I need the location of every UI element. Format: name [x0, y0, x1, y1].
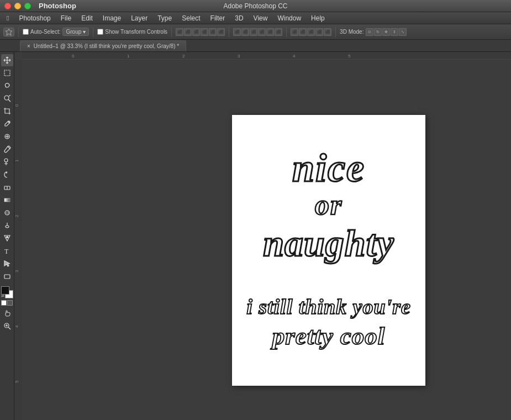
menu-help[interactable]: Help: [307, 13, 329, 23]
separator-4: [229, 27, 229, 37]
type-tool[interactable]: T: [1, 245, 13, 257]
3d-roll-icon[interactable]: ↻: [374, 28, 382, 36]
standard-mode[interactable]: [1, 300, 7, 306]
3d-pan-icon[interactable]: ✥: [382, 28, 390, 36]
dist-ch-icon[interactable]: ⬛: [241, 28, 249, 36]
svg-point-2: [4, 96, 9, 100]
move-tool[interactable]: [1, 54, 13, 66]
close-button[interactable]: [4, 3, 11, 9]
pen-tool[interactable]: [1, 232, 13, 244]
tab-title: Untitled–1 @ 33.3% (I still think you're…: [34, 43, 179, 49]
optionsbar: Auto-Select: Group ▾ Show Transform Cont…: [0, 24, 511, 40]
menu-select[interactable]: Select: [177, 13, 204, 23]
svg-point-15: [6, 225, 9, 228]
transform-controls-checkbox[interactable]: Show Transform Controls: [97, 29, 167, 35]
align-right-icon[interactable]: ⬛: [192, 28, 200, 36]
3d-mode-icons: ⊙ ↻ ✥ ⇕ ⤡: [366, 28, 407, 36]
transform1-icon[interactable]: ⬛: [291, 28, 298, 36]
svg-text:5: 5: [14, 380, 19, 383]
zoom-tool[interactable]: [1, 320, 13, 332]
history-brush-tool[interactable]: [1, 169, 13, 181]
svg-text:pretty cool: pretty cool: [270, 322, 386, 350]
canvas-scroll[interactable]: 0 1 2 3 4 5 nice or: [14, 60, 511, 420]
svg-rect-1: [4, 70, 10, 76]
quick-select-tool[interactable]: [1, 92, 13, 104]
svg-text:T: T: [4, 248, 9, 255]
clone-stamp-tool[interactable]: [1, 156, 13, 168]
svg-rect-24: [22, 52, 511, 60]
menu-file[interactable]: File: [56, 13, 76, 23]
align-center-v-icon[interactable]: ⬛: [209, 28, 217, 36]
crop-tool[interactable]: [1, 105, 13, 117]
transform4-icon[interactable]: ⬛: [315, 28, 323, 36]
menu-window[interactable]: Window: [273, 13, 305, 23]
mode-buttons: [1, 300, 13, 306]
minimize-button[interactable]: [14, 3, 21, 9]
svg-point-17: [6, 237, 8, 238]
heal-tool[interactable]: [1, 130, 13, 143]
menu-filter[interactable]: Filter: [206, 13, 230, 23]
menu-view[interactable]: View: [249, 13, 272, 23]
foreground-color[interactable]: [1, 286, 9, 295]
menu-photoshop[interactable]: Photoshop: [14, 13, 55, 23]
3d-mode-label: 3D Mode:: [340, 29, 364, 35]
align-center-h-icon[interactable]: ⬛: [184, 28, 192, 36]
color-swatches[interactable]: ⇌: [1, 286, 13, 298]
transform-controls-input[interactable]: [97, 29, 103, 35]
separator-6: [335, 27, 336, 37]
3d-scale-icon[interactable]: ⤡: [399, 28, 407, 36]
menu-type[interactable]: Type: [153, 13, 176, 23]
transform3-icon[interactable]: ⬛: [307, 28, 315, 36]
gradient-tool[interactable]: [1, 194, 13, 206]
dodge-tool[interactable]: [1, 219, 13, 232]
distribute-icons: ⬛ ⬛ ⬛ ⬛ ⬛ ⬛: [233, 28, 282, 36]
dist-top-icon[interactable]: ⬛: [258, 28, 266, 36]
3d-orbit-icon[interactable]: ⊙: [366, 28, 373, 36]
eraser-tool[interactable]: [1, 181, 13, 193]
transform-icons: ⬛ ⬛ ⬛ ⬛ ⬛: [291, 28, 331, 36]
svg-rect-19: [4, 275, 10, 279]
dist-cv-icon[interactable]: ⬛: [266, 28, 274, 36]
marquee-tool[interactable]: [1, 67, 13, 79]
document-tab[interactable]: × Untitled–1 @ 33.3% (I still think you'…: [20, 40, 186, 51]
transform5-icon[interactable]: ⬛: [324, 28, 331, 36]
separator-5: [286, 27, 287, 37]
path-select-tool[interactable]: [1, 258, 13, 270]
brush-tool[interactable]: [1, 143, 13, 155]
svg-text:3: 3: [238, 54, 240, 59]
svg-text:or: or: [315, 189, 343, 221]
menu-layer[interactable]: Layer: [127, 13, 152, 23]
align-icons: ⬛ ⬛ ⬛ ⬛ ⬛ ⬛: [176, 28, 225, 36]
align-left-icon[interactable]: ⬛: [176, 28, 183, 36]
menu-apple[interactable]: : [2, 13, 13, 23]
svg-text:1: 1: [14, 159, 19, 162]
app-name: Photoshop: [39, 2, 76, 10]
transform2-icon[interactable]: ⬛: [299, 28, 307, 36]
swap-colors[interactable]: ⇌: [1, 294, 4, 298]
svg-text:4: 4: [293, 54, 296, 59]
dist-left-icon[interactable]: ⬛: [233, 28, 241, 36]
menu-image[interactable]: Image: [98, 13, 125, 23]
dist-bottom-icon[interactable]: ⬛: [275, 28, 282, 36]
maximize-button[interactable]: [24, 3, 31, 9]
menu-3d[interactable]: 3D: [230, 13, 247, 23]
auto-select-dropdown[interactable]: Group ▾: [62, 28, 89, 36]
menubar:  Photoshop File Edit Image Layer Type S…: [0, 12, 511, 24]
hand-tool[interactable]: [1, 307, 13, 319]
lasso-tool[interactable]: [1, 80, 13, 92]
align-bottom-icon[interactable]: ⬛: [217, 28, 225, 36]
auto-select-input[interactable]: [23, 29, 29, 35]
svg-text:i still think you're: i still think you're: [246, 295, 411, 318]
auto-select-checkbox[interactable]: Auto-Select:: [23, 29, 60, 35]
align-top-icon[interactable]: ⬛: [201, 28, 208, 36]
dist-right-icon[interactable]: ⬛: [250, 28, 257, 36]
menu-edit[interactable]: Edit: [77, 13, 97, 23]
ruler-h-svg: 0 1 2 3 4 5: [22, 52, 511, 60]
shape-tool[interactable]: [1, 270, 13, 282]
quick-mask-mode[interactable]: [7, 300, 13, 306]
blur-tool[interactable]: [1, 207, 13, 219]
eyedropper-tool[interactable]: [1, 118, 13, 130]
3d-slide-icon[interactable]: ⇕: [391, 28, 398, 36]
tab-close[interactable]: ×: [27, 43, 30, 49]
svg-point-9: [4, 159, 8, 162]
